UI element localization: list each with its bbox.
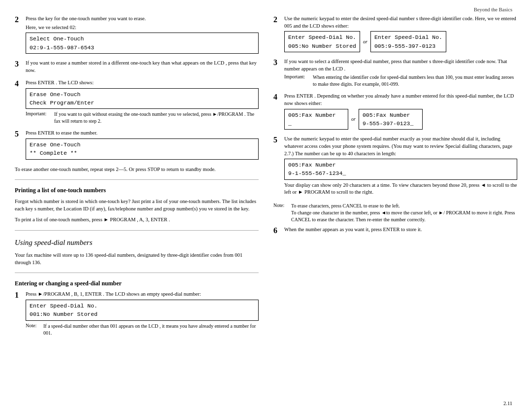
header-title: Beyond the Basics xyxy=(474,7,512,12)
left-step2-subtext: Here, we ve selected 02: xyxy=(26,24,259,32)
left-step4-lcd-line1: Erase One-Touch xyxy=(30,91,81,98)
right-step4-number: 4 xyxy=(273,93,281,132)
right-step2: 2 Use the numeric keypad to enter the de… xyxy=(273,15,517,54)
page-footer: 2.11 xyxy=(503,401,512,406)
page-header: Beyond the Basics xyxy=(0,5,532,12)
left-step2-number: 2 xyxy=(15,15,23,56)
right-step2-lcd-left-line1: Enter Speed-Dial No. xyxy=(288,34,356,40)
left-step2-lcd: Select One-Touch 02:9-1-555-987-6543 xyxy=(26,33,259,54)
left-step1-content: Press ►/PROGRAM , B, 1, ENTER . The LCD … xyxy=(26,291,259,337)
left-step5: 5 Press ENTER to erase the number. Erase… xyxy=(15,130,259,161)
left-step1-note-label: Note: xyxy=(26,323,40,337)
left-step4-text: Press ENTER . The LCD shows: xyxy=(26,79,259,87)
left-step4-important-label: Important: xyxy=(26,111,51,125)
right-step3-text: If you want to select a different speed-… xyxy=(284,58,517,72)
right-step3-important-label: Important: xyxy=(284,74,310,88)
left-step4-lcd: Erase One-Touch Check Program/Enter xyxy=(26,88,259,109)
right-step4-lcd-row: 005:Fax Number _ or 005:Fax Number 9-555… xyxy=(284,109,517,130)
right-step3-important: Important: When entering the identifier … xyxy=(284,74,517,88)
right-step2-lcd-right-line2: 005:9-555-397-0123 xyxy=(374,43,435,49)
right-step6-content: When the number appears as you want it, … xyxy=(284,226,517,235)
left-repeat-text: To erase another one-touch number, repea… xyxy=(15,166,259,173)
columns-wrapper: 2 Press the key for the one-touch number… xyxy=(0,15,532,340)
left-column: 2 Press the key for the one-touch number… xyxy=(15,15,259,340)
left-step3-content: If you want to erase a number stored in … xyxy=(26,60,259,75)
right-step4-or: or xyxy=(351,116,356,122)
right-step3-content: If you want to select a different speed-… xyxy=(284,58,517,89)
printing-heading: Printing a list of one-touch numbers xyxy=(15,187,259,194)
page-container: Beyond the Basics 2 Press the key for th… xyxy=(0,0,532,411)
right-step5-number: 5 xyxy=(273,136,281,198)
right-step2-lcd-left: Enter Speed-Dial No. 005:No Number Store… xyxy=(284,31,360,52)
right-step2-lcd-row: Enter Speed-Dial No. 005:No Number Store… xyxy=(284,31,517,52)
left-step4-content: Press ENTER . The LCD shows: Erase One-T… xyxy=(26,79,259,126)
left-step4-lcd-line2: Check Program/Enter xyxy=(30,100,94,106)
footer-page-number: 2.11 xyxy=(503,401,512,406)
right-step5-lcd-line1: 005:Fax Number xyxy=(288,162,336,168)
left-step5-lcd-line2: ** Complete ** xyxy=(30,150,77,156)
divider1 xyxy=(15,179,259,180)
left-step1-text: Press ►/PROGRAM , B, 1, ENTER . The LCD … xyxy=(26,291,259,298)
left-step1-lcd-line1: Enter Speed-Dial No. xyxy=(30,303,98,309)
right-step3: 3 If you want to select a different spee… xyxy=(273,58,517,89)
left-step4-important-text: If you want to quit without erasing the … xyxy=(54,111,259,125)
right-step6-number: 6 xyxy=(273,226,281,235)
left-step2-text: Press the key for the one-touch number y… xyxy=(26,15,259,23)
printing-body1: Forgot which number is stored in which o… xyxy=(15,198,259,212)
right-step4: 4 Press ENTER . Depending on whether you… xyxy=(273,93,517,132)
left-step4: 4 Press ENTER . The LCD shows: Erase One… xyxy=(15,79,259,126)
right-step5-content: Use the numeric keypad to enter the spee… xyxy=(284,136,517,198)
right-step4-lcd-left-line1: 005:Fax Number xyxy=(288,112,336,118)
left-step5-number: 5 xyxy=(15,130,23,161)
right-step2-or: or xyxy=(363,39,367,44)
right-step4-lcd-left: 005:Fax Number _ xyxy=(284,109,348,130)
right-note-line1: To erase characters, press CANCEL to era… xyxy=(291,203,517,209)
left-step2-content: Press the key for the one-touch number y… xyxy=(26,15,259,56)
divider3 xyxy=(15,273,259,273)
right-step3-important-text: When entering the identifier code for sp… xyxy=(313,74,517,88)
divider2 xyxy=(15,230,259,231)
left-step5-text: Press ENTER to erase the number. xyxy=(26,130,259,137)
section-heading: Using speed-dial numbers xyxy=(15,238,259,248)
right-column: 2 Use the numeric keypad to enter the de… xyxy=(273,15,517,340)
right-step4-text: Press ENTER . Depending on whether you a… xyxy=(284,93,517,107)
right-note-line2: To change one character in the number, p… xyxy=(291,209,517,223)
right-step5-text2: Your display can show only 20 characters… xyxy=(284,182,517,196)
right-step4-lcd-right-line2: 9-555-397-0123_ xyxy=(363,120,414,127)
left-step2: 2 Press the key for the one-touch number… xyxy=(15,15,259,56)
left-step3-text: If you want to erase a number stored in … xyxy=(26,60,259,74)
right-step4-content: Press ENTER . Depending on whether you a… xyxy=(284,93,517,132)
right-note-block: Note: To erase characters, press CANCEL … xyxy=(273,203,517,223)
right-step6: 6 When the number appears as you want it… xyxy=(273,226,517,235)
section-body: Your fax machine will store up to 136 sp… xyxy=(15,251,259,266)
right-step3-number: 3 xyxy=(273,58,281,89)
left-step2-lcd-line1: Select One-Touch xyxy=(30,35,84,42)
left-step1-lcd-line2: 001:No Number Stored xyxy=(30,311,98,317)
right-step2-lcd-right-line1: Enter Speed-Dial No. xyxy=(374,34,442,40)
right-note-label: Note: xyxy=(273,203,288,223)
right-step5: 5 Use the numeric keypad to enter the sp… xyxy=(273,136,517,198)
left-step3-number: 3 xyxy=(15,60,23,75)
left-step4-number: 4 xyxy=(15,79,23,126)
right-note-text: To erase characters, press CANCEL to era… xyxy=(291,203,517,223)
left-step3: 3 If you want to erase a number stored i… xyxy=(15,60,259,75)
entering-heading: Entering or changing a speed-dial number xyxy=(15,280,259,287)
left-step1-number: 1 xyxy=(15,291,23,337)
right-step6-text: When the number appears as you want it, … xyxy=(284,226,517,234)
right-step5-text1: Use the numeric keypad to enter the spee… xyxy=(284,136,517,157)
left-step1: 1 Press ►/PROGRAM , B, 1, ENTER . The LC… xyxy=(15,291,259,337)
right-step2-lcd-right: Enter Speed-Dial No. 005:9-555-397-0123 xyxy=(370,31,446,52)
left-step5-content: Press ENTER to erase the number. Erase O… xyxy=(26,130,259,161)
left-step5-lcd-line1: Erase One-Touch xyxy=(30,141,81,148)
right-step2-number: 2 xyxy=(273,15,281,54)
left-step4-important: Important: If you want to quit without e… xyxy=(26,111,259,125)
right-step4-lcd-right: 005:Fax Number 9-555-397-0123_ xyxy=(359,109,423,130)
right-step4-lcd-left-line2: _ xyxy=(288,120,292,127)
right-step2-lcd-left-line2: 005:No Number Stored xyxy=(288,43,356,49)
right-step2-content: Use the numeric keypad to enter the desi… xyxy=(284,15,517,54)
left-step1-lcd: Enter Speed-Dial No. 001:No Number Store… xyxy=(26,300,259,321)
left-step2-lcd-line2: 02:9-1-555-987-6543 xyxy=(30,44,94,51)
left-step1-note: Note: If a speed-dial number other than … xyxy=(26,323,259,337)
right-step5-lcd: 005:Fax Number 9-1-555-567-1234_ xyxy=(284,159,517,180)
right-step2-text: Use the numeric keypad to enter the desi… xyxy=(284,15,517,30)
